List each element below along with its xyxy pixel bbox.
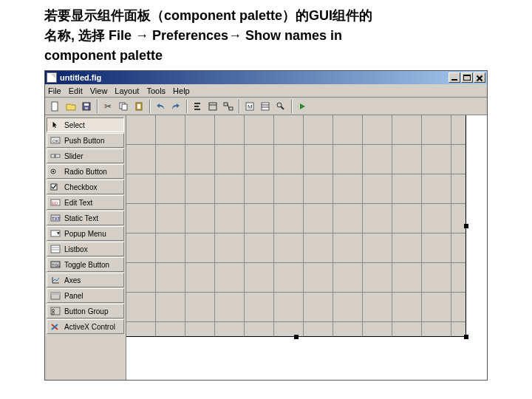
instruction-caption: 若要显示组件面板（component palette）的GUI组件的 名称, 选… bbox=[0, 0, 532, 69]
palette-checkbox[interactable]: Checkbox bbox=[47, 180, 124, 194]
undo-button[interactable] bbox=[153, 99, 168, 114]
menu-layout[interactable]: Layout bbox=[115, 86, 139, 95]
push-button-icon: OK bbox=[50, 135, 61, 146]
palette-label: Popup Menu bbox=[64, 230, 106, 238]
caption-line3: component palette bbox=[44, 48, 163, 63]
save-button[interactable] bbox=[79, 99, 94, 114]
palette-slider[interactable]: Slider bbox=[47, 149, 124, 163]
svg-text:TXT: TXT bbox=[52, 216, 61, 221]
popup-icon bbox=[50, 228, 61, 239]
paste-button[interactable] bbox=[132, 99, 146, 114]
titlebar[interactable]: untitled.fig bbox=[45, 71, 487, 84]
palette-panel[interactable]: Panel bbox=[47, 288, 124, 303]
palette-label: Button Group bbox=[64, 307, 108, 316]
svg-rect-2 bbox=[84, 103, 89, 106]
component-palette: Select OK Push Button Slider Radio Butto… bbox=[45, 115, 126, 380]
palette-edit-text[interactable]: ED Edit Text bbox=[47, 195, 124, 210]
run-button[interactable] bbox=[295, 99, 310, 114]
palette-push-button[interactable]: OK Push Button bbox=[47, 133, 124, 148]
toolbar-separator bbox=[149, 100, 150, 113]
svg-text:ED: ED bbox=[52, 201, 58, 205]
menu-editor-button[interactable] bbox=[205, 99, 220, 114]
activex-icon bbox=[50, 321, 61, 332]
toolbar: ✂ M bbox=[45, 98, 487, 115]
copy-button[interactable] bbox=[116, 99, 131, 114]
svg-text:M: M bbox=[248, 103, 253, 110]
document-icon bbox=[47, 72, 57, 83]
toolbar-separator bbox=[291, 100, 292, 113]
window-buttons bbox=[449, 72, 485, 83]
svg-rect-5 bbox=[122, 104, 127, 110]
object-browser-button[interactable] bbox=[273, 99, 288, 114]
palette-label: Radio Button bbox=[64, 168, 107, 176]
open-button[interactable] bbox=[64, 99, 78, 114]
palette-toggle-button[interactable]: TGL Toggle Button bbox=[47, 257, 124, 272]
resize-handle-right[interactable] bbox=[464, 224, 468, 228]
minimize-button[interactable] bbox=[449, 72, 460, 83]
maximize-button[interactable] bbox=[461, 72, 473, 83]
axes-icon bbox=[50, 275, 61, 285]
menu-view[interactable]: View bbox=[90, 86, 108, 95]
palette-radio-button[interactable]: Radio Button bbox=[47, 164, 124, 179]
close-button[interactable] bbox=[474, 72, 485, 83]
slider-icon bbox=[50, 151, 61, 161]
svg-rect-42 bbox=[51, 293, 60, 295]
palette-popup-menu[interactable]: Popup Menu bbox=[47, 226, 124, 241]
property-inspector-button[interactable] bbox=[258, 99, 273, 114]
align-button[interactable] bbox=[190, 99, 205, 114]
palette-listbox[interactable]: Listbox bbox=[47, 242, 124, 256]
menu-help[interactable]: Help bbox=[173, 86, 190, 95]
toolbar-separator bbox=[239, 100, 239, 113]
cut-button[interactable]: ✂ bbox=[100, 99, 115, 114]
menu-file[interactable]: File bbox=[48, 86, 61, 95]
menubar: File Edit View Layout Tools Help bbox=[45, 84, 487, 98]
svg-rect-25 bbox=[54, 154, 56, 158]
svg-line-21 bbox=[281, 106, 284, 109]
figure-grid[interactable] bbox=[126, 115, 466, 337]
svg-rect-11 bbox=[209, 103, 216, 110]
palette-label: Push Button bbox=[64, 137, 104, 145]
menu-tools[interactable]: Tools bbox=[146, 86, 166, 95]
palette-activex[interactable]: ActiveX Control bbox=[47, 319, 124, 334]
toolbar-separator bbox=[186, 100, 187, 113]
palette-axes[interactable]: Axes bbox=[47, 273, 124, 287]
edit-text-icon: ED bbox=[50, 197, 61, 208]
caption-line1: 若要显示组件面板（component palette）的GUI组件的 bbox=[44, 8, 372, 23]
checkbox-icon bbox=[50, 182, 61, 192]
svg-rect-3 bbox=[85, 107, 88, 109]
app-body: Select OK Push Button Slider Radio Butto… bbox=[45, 115, 487, 380]
svg-text:TGL: TGL bbox=[52, 263, 61, 267]
palette-label: Select bbox=[64, 121, 85, 129]
svg-point-27 bbox=[52, 171, 55, 173]
palette-label: ActiveX Control bbox=[64, 323, 115, 331]
redo-button[interactable] bbox=[168, 99, 183, 114]
listbox-icon bbox=[50, 244, 61, 254]
svg-rect-34 bbox=[51, 245, 60, 253]
window-title: untitled.fig bbox=[60, 73, 449, 82]
palette-label: Listbox bbox=[64, 245, 88, 253]
mfile-editor-button[interactable]: M bbox=[242, 99, 257, 114]
palette-button-group[interactable]: Button Group bbox=[47, 304, 124, 318]
svg-point-45 bbox=[52, 313, 55, 315]
menu-edit[interactable]: Edit bbox=[69, 86, 83, 95]
toggle-icon: TGL bbox=[50, 259, 61, 270]
resize-handle-bottom[interactable] bbox=[294, 335, 299, 339]
toolbar-separator bbox=[97, 100, 98, 113]
palette-select[interactable]: Select bbox=[47, 117, 124, 132]
palette-label: Slider bbox=[64, 152, 83, 160]
svg-point-44 bbox=[52, 310, 55, 312]
svg-rect-14 bbox=[229, 107, 233, 110]
new-button[interactable] bbox=[48, 99, 63, 114]
svg-rect-17 bbox=[262, 103, 269, 110]
palette-label: Panel bbox=[64, 292, 83, 300]
palette-label: Checkbox bbox=[64, 183, 97, 191]
resize-handle-corner[interactable] bbox=[464, 335, 468, 339]
cursor-icon bbox=[50, 120, 61, 130]
palette-label: Toggle Button bbox=[64, 261, 109, 269]
palette-static-text[interactable]: TXT Static Text bbox=[47, 211, 124, 225]
guide-window: untitled.fig File Edit View Layout Tools… bbox=[44, 70, 488, 381]
canvas-area[interactable] bbox=[126, 115, 487, 380]
svg-rect-7 bbox=[137, 104, 140, 109]
tab-order-button[interactable] bbox=[221, 99, 236, 114]
radio-icon bbox=[50, 166, 61, 177]
